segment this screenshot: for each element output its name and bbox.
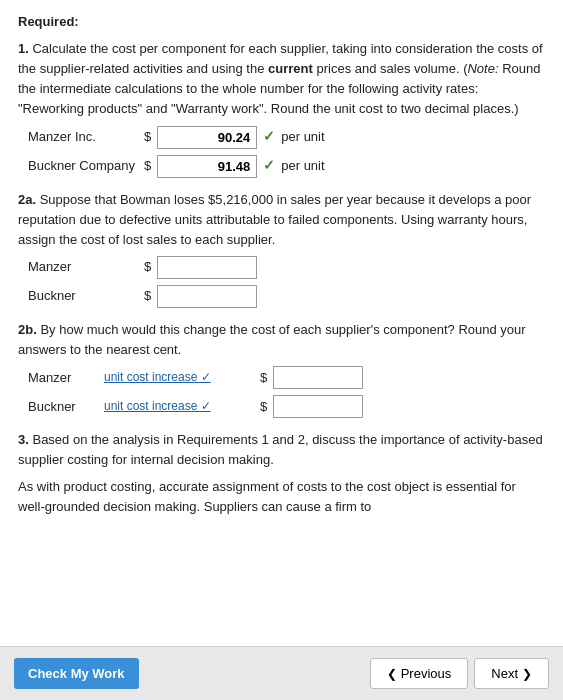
buckner-row: Buckner Company $ ✓ per unit [28,155,545,178]
manzer-cost-input[interactable] [157,126,257,149]
buckner-check-icon: ✓ [263,155,275,177]
next-label: Next [491,666,518,681]
section-3: 3. Based on the analysis in Requirements… [18,430,545,517]
section-1: 1. Calculate the cost per component for … [18,39,545,178]
required-label: Required: [18,14,545,29]
previous-label: Previous [401,666,452,681]
manzer-2b-label: Manzer [28,368,98,388]
buckner-dollar: $ [144,156,151,176]
section-2b-number: 2b. [18,322,37,337]
buckner-2a-dollar: $ [144,286,151,306]
buckner-2a-input[interactable] [157,285,257,308]
manzer-per-unit: per unit [281,127,324,147]
manzer-2b-input[interactable] [273,366,363,389]
buckner-2b-label: Buckner [28,397,98,417]
manzer-row: Manzer Inc. $ ✓ per unit [28,126,545,149]
section-2a-text: Suppose that Bowman loses $5,216,000 in … [18,192,531,247]
buckner-cost-input[interactable] [157,155,257,178]
buckner-2b-input[interactable] [273,395,363,418]
previous-button[interactable]: Previous [370,658,469,689]
buckner-dropdown[interactable]: unit cost increase ✓ [104,397,254,416]
section-1-number: 1. [18,41,29,56]
section-2b-text: By how much would this change the cost o… [18,322,526,357]
section-2a: 2a. Suppose that Bowman loses $5,216,000… [18,190,545,308]
manzer-dropdown[interactable]: unit cost increase ✓ [104,368,254,387]
manzer-2a-row: Manzer $ [28,256,545,279]
next-button[interactable]: Next [474,658,549,689]
section-3-answer: As with product costing, accurate assign… [18,477,545,517]
chevron-left-icon [387,666,397,681]
section-3-number: 3. [18,432,29,447]
section-2b: 2b. By how much would this change the co… [18,320,545,418]
manzer-2b-row: Manzer unit cost increase ✓ $ [28,366,545,389]
buckner-per-unit: per unit [281,156,324,176]
buckner-2b-dollar: $ [260,397,267,417]
section-2a-number: 2a. [18,192,36,207]
buckner-2b-row: Buckner unit cost increase ✓ $ [28,395,545,418]
manzer-2a-label: Manzer [28,257,138,277]
check-my-work-button[interactable]: Check My Work [14,658,139,689]
buckner-2a-label: Buckner [28,286,138,306]
manzer-label: Manzer Inc. [28,127,138,147]
section-3-text: Based on the analysis in Requirements 1 … [18,432,543,467]
buckner-label: Buckner Company [28,156,138,176]
chevron-right-icon [522,666,532,681]
manzer-2b-dollar: $ [260,368,267,388]
buckner-2a-row: Buckner $ [28,285,545,308]
section-1-bold: current [268,61,313,76]
bottom-bar: Check My Work Previous Next [0,646,563,700]
manzer-dollar: $ [144,127,151,147]
manzer-2a-dollar: $ [144,257,151,277]
manzer-2a-input[interactable] [157,256,257,279]
nav-buttons: Previous Next [370,658,549,689]
manzer-check-icon: ✓ [263,126,275,148]
